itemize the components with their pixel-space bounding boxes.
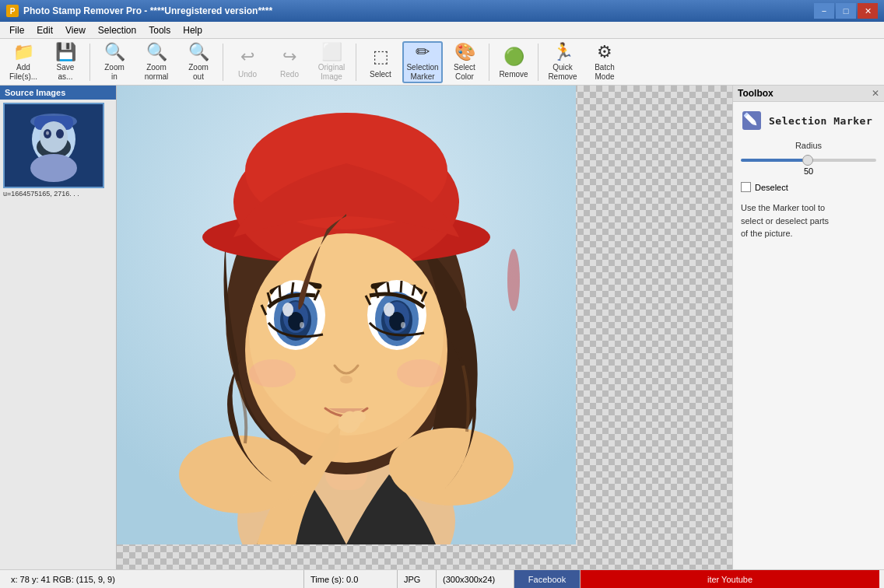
status-dimensions: (300x300x24) [437, 570, 514, 588]
toolbox-description: Use the Marker tool to select or deselec… [741, 201, 876, 240]
redo-icon: ↪ [277, 44, 302, 69]
toolbar-btn-zoom-in[interactable]: 🔍Zoom in [94, 41, 135, 83]
titlebar-left: P Photo Stamp Remover Pro - ****Unregist… [6, 5, 272, 17]
svg-point-33 [384, 303, 395, 317]
svg-point-36 [350, 411, 366, 423]
menu-item-edit[interactable]: Edit [30, 22, 59, 38]
svg-point-7 [56, 129, 64, 138]
toolbox-title: Toolbox [738, 88, 774, 99]
toolbar-separator [356, 44, 356, 81]
radius-slider[interactable] [741, 159, 876, 162]
select-icon: ⬚ [368, 44, 393, 69]
radius-value: 50 [741, 166, 876, 176]
status-coords: x: 78 y: 41 RGB: (115, 9, 9) [5, 570, 304, 588]
svg-point-8 [46, 131, 49, 135]
minimize-button[interactable]: − [814, 3, 834, 19]
app-icon-letter: P [10, 7, 16, 16]
selection-marker-icon [741, 110, 763, 131]
toolbar-label-zoom-normal: Zoom normal [145, 63, 169, 82]
toolbar-btn-save[interactable]: 💾Save as... [45, 41, 86, 83]
zoom-out-icon: 🔍 [186, 42, 211, 62]
toolbox-header: Selection Marker [741, 110, 876, 131]
toolbar-btn-add[interactable]: 📁Add File(s)... [3, 41, 44, 83]
source-thumbnail[interactable] [3, 103, 104, 188]
source-panel: Source Images [0, 86, 117, 569]
radius-label: Radius [741, 141, 876, 150]
toolbar-btn-selectcolor[interactable]: 🎨Select Color [444, 41, 485, 83]
menu-item-help[interactable]: Help [177, 22, 209, 38]
svg-point-37 [507, 249, 520, 311]
maximize-button[interactable]: □ [836, 3, 856, 19]
zoom-normal-icon: 🔍 [144, 42, 169, 62]
close-button[interactable]: ✕ [858, 3, 878, 19]
add-icon: 📁 [11, 42, 36, 62]
toolbar-btn-zoom-normal[interactable]: 🔍Zoom normal [136, 41, 177, 83]
toolbar-label-zoom-out: Zoom out [188, 63, 209, 82]
canvas-area[interactable] [117, 86, 732, 569]
selectcolor-icon: 🎨 [452, 42, 477, 62]
facebook-label: Facebook [528, 575, 566, 584]
toolbar-separator [538, 44, 538, 81]
statusbar: x: 78 y: 41 RGB: (115, 9, 9) Time (s): 0… [0, 569, 884, 588]
source-panel-title: Source Images [0, 86, 116, 100]
deselect-row: Deselect [741, 182, 876, 192]
toolbar-btn-batch[interactable]: ⚙Batch Mode [584, 41, 625, 83]
main-image-svg [117, 86, 576, 544]
original-icon: ⬜ [319, 42, 344, 62]
remove-icon: 🟢 [501, 44, 526, 69]
toolbar-btn-select[interactable]: ⬚Select [360, 41, 401, 83]
app-title: Photo Stamp Remover Pro - ****Unregister… [23, 5, 272, 16]
toolbar-separator [489, 44, 489, 81]
status-format: JPG [398, 570, 437, 588]
deselect-checkbox[interactable] [741, 182, 751, 192]
titlebar: P Photo Stamp Remover Pro - ****Unregist… [0, 0, 884, 22]
toolbar-label-redo: Redo [280, 70, 299, 79]
toolbar-label-select: Select [370, 70, 391, 79]
svg-point-19 [249, 359, 296, 387]
toolbar-btn-original: ⬜Original Image [311, 41, 352, 83]
deselect-label: Deselect [755, 183, 788, 192]
quickremove-icon: 🏃 [550, 42, 575, 62]
svg-point-9 [30, 154, 77, 182]
status-time: Time (s): 0.0 [304, 570, 398, 588]
toolbar-separator [89, 44, 90, 81]
toolbox-content: Selection Marker Radius 50 Deselect Use … [733, 102, 884, 248]
toolbar-label-batch: Batch Mode [595, 63, 615, 82]
svg-point-39 [389, 428, 514, 506]
menu-item-file[interactable]: File [3, 22, 30, 38]
svg-point-20 [397, 359, 444, 387]
toolbar-label-original: Original Image [318, 63, 345, 82]
svg-point-34 [401, 322, 405, 328]
toolbar-btn-undo: ↩Undo [227, 41, 268, 83]
toolbox-titlebar: Toolbox ✕ [733, 86, 884, 102]
window-controls: − □ ✕ [814, 3, 878, 19]
menu-item-selection[interactable]: Selection [92, 22, 142, 38]
toolbar-btn-zoom-out[interactable]: 🔍Zoom out [178, 41, 219, 83]
menubar: FileEditViewSelectionToolsHelp [0, 22, 884, 39]
toolbox-close-button[interactable]: ✕ [872, 88, 879, 99]
status-youtube[interactable]: iter Youtube [581, 570, 879, 588]
save-icon: 💾 [53, 42, 78, 62]
zoom-in-icon: 🔍 [102, 42, 127, 62]
toolbar-btn-remove[interactable]: 🟢Remove [493, 41, 534, 83]
thumbnail-svg [5, 104, 103, 187]
toolbar-btn-marker[interactable]: ✏Selection Marker [402, 41, 443, 83]
svg-point-5 [40, 121, 68, 152]
toolbar-label-remove: Remove [499, 70, 528, 79]
canvas-image[interactable] [117, 86, 576, 544]
menu-item-tools[interactable]: Tools [142, 22, 177, 38]
toolbar-label-undo: Undo [238, 70, 257, 79]
toolbar-label-quickremove: Quick Remove [548, 63, 577, 82]
marker-icon: ✏ [410, 42, 435, 62]
toolbox-panel: Toolbox ✕ Selection Marker Radius [732, 86, 884, 569]
toolbar-btn-quickremove[interactable]: 🏃Quick Remove [542, 41, 583, 83]
main-layout: Source Images [0, 86, 884, 569]
toolbar-label-save: Save as... [57, 63, 75, 82]
undo-icon: ↩ [235, 44, 260, 69]
source-info: u=1664575165, 2716. . . [3, 190, 113, 198]
menu-item-view[interactable]: View [59, 22, 92, 38]
source-panel-content: u=1664575165, 2716. . . [0, 100, 116, 569]
batch-icon: ⚙ [592, 42, 617, 62]
status-facebook[interactable]: Facebook [514, 570, 581, 588]
toolbar-label-marker: Selection Marker [406, 63, 438, 82]
